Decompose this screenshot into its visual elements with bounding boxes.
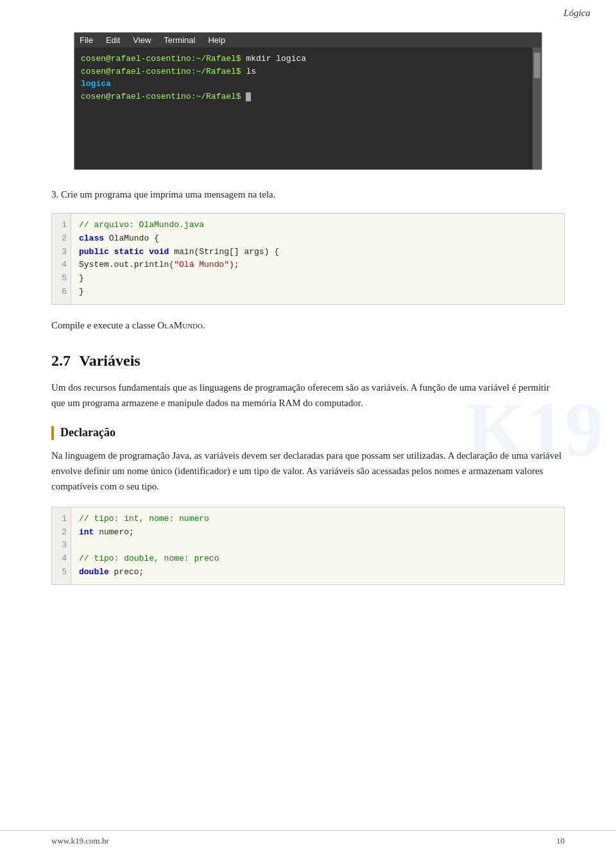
code-lines-1: // arquivo: OlaMundo.java class OlaMundo… [71,214,564,304]
code-line-numbers-1: 1 2 3 4 5 6 [52,214,71,304]
task-number: 3. Crie um programa que imprima uma mens… [51,189,565,200]
terminal-menubar: File Edit View Terminal Help [74,33,542,47]
footer-page: 10 [556,836,565,846]
menu-terminal[interactable]: Terminal [164,35,195,45]
footer-url: www.k19.com.br [51,836,109,846]
code-lines-2: // tipo: int, nome: numero int numero; /… [71,507,564,584]
terminal-scrollbar-thumb[interactable] [534,53,540,78]
terminal-body: cosen@rafael-cosentino:~/Rafael$ mkdir l… [74,47,542,169]
code-block-1: 1 2 3 4 5 6 // arquivo: OlaMundo.java cl… [51,213,565,305]
code-block-2: 1 2 3 4 5 // tipo: int, nome: numero int… [51,507,565,585]
declaration-heading: Declaração [51,426,565,440]
menu-edit[interactable]: Edit [106,35,120,45]
section-27-heading: 2.7 Variáveis [51,352,565,370]
menu-file[interactable]: File [80,35,93,45]
menu-view[interactable]: View [133,35,151,45]
section-27-intro: Um dos recursos fundamentais que as ling… [51,380,565,411]
subsection-marker [51,426,54,440]
code-line-numbers-2: 1 2 3 4 5 [52,507,71,584]
declaration-paragraph: Na linguagem de programação Java, as var… [51,448,565,494]
compile-note: Compile e execute a classe OlaMundo. [51,318,565,333]
page-title: Lógica [563,8,590,19]
terminal-screenshot: File Edit View Terminal Help cosen@rafae… [74,32,542,170]
terminal-output-logica: logica [81,79,111,89]
terminal-cursor [246,92,251,101]
page-footer: www.k19.com.br 10 [0,830,616,846]
terminal-prompt-3: cosen@rafael-cosentino:~/Rafael$ [81,92,246,101]
menu-help[interactable]: Help [208,35,225,45]
terminal-scrollbar[interactable] [533,47,542,169]
terminal-prompt: cosen@rafael-cosentino:~/Rafael$ [81,54,246,64]
terminal-prompt-2: cosen@rafael-cosentino:~/Rafael$ [81,67,246,76]
